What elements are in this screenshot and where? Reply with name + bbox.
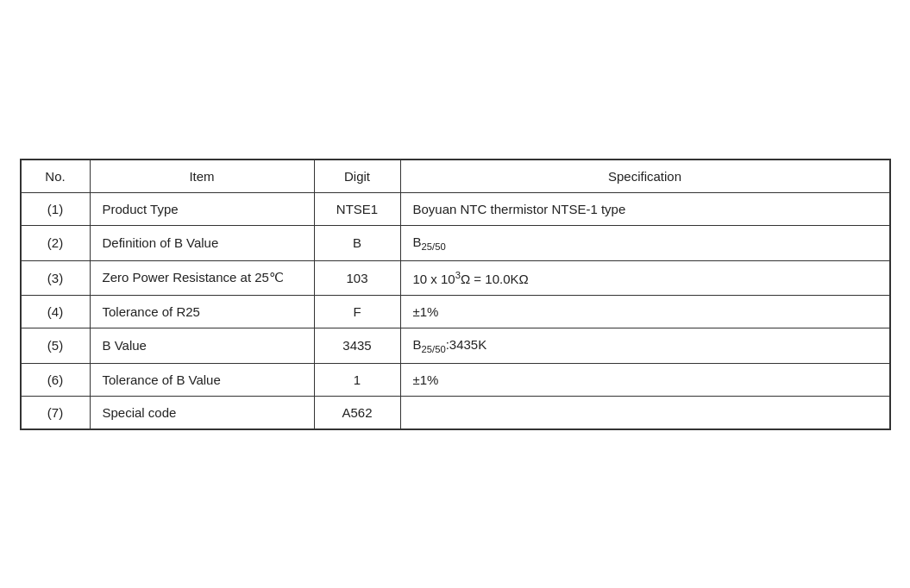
row-7-no: (7) [21, 396, 90, 428]
table-row: (5) B Value 3435 B25/50:3435K [21, 328, 889, 363]
row-5-no: (5) [21, 328, 90, 363]
row-1-digit: NTSE1 [314, 192, 400, 225]
row-7-item: Special code [90, 396, 314, 428]
row-4-digit: F [314, 295, 400, 328]
row-3-spec: 10 x 103Ω = 10.0KΩ [400, 260, 889, 295]
row-6-digit: 1 [314, 363, 400, 396]
table-header-row: No. Item Digit Specification [21, 160, 889, 192]
main-table-container: No. Item Digit Specification (1) Product… [20, 159, 891, 430]
row-7-digit: A562 [314, 396, 400, 428]
table-row: (7) Special code A562 [21, 396, 889, 428]
row-3-item: Zero Power Resistance at 25℃ [90, 260, 314, 295]
row-1-spec: Boyuan NTC thermistor NTSE-1 type [400, 192, 889, 225]
row-6-item: Tolerance of B Value [90, 363, 314, 396]
specifications-table: No. Item Digit Specification (1) Product… [21, 160, 890, 429]
row-3-digit: 103 [314, 260, 400, 295]
row-4-spec: ±1% [400, 295, 889, 328]
row-4-item: Tolerance of R25 [90, 295, 314, 328]
row-6-no: (6) [21, 363, 90, 396]
row-7-spec [400, 396, 889, 428]
table-row: (3) Zero Power Resistance at 25℃ 103 10 … [21, 260, 889, 295]
row-2-no: (2) [21, 225, 90, 260]
row-5-item: B Value [90, 328, 314, 363]
row-2-digit: B [314, 225, 400, 260]
row-5-spec: B25/50:3435K [400, 328, 889, 363]
header-no: No. [21, 160, 90, 192]
row-2-item: Definition of B Value [90, 225, 314, 260]
row-4-no: (4) [21, 295, 90, 328]
table-row: (2) Definition of B Value B B25/50 [21, 225, 889, 260]
row-6-spec: ±1% [400, 363, 889, 396]
row-1-item: Product Type [90, 192, 314, 225]
header-digit: Digit [314, 160, 400, 192]
row-2-spec: B25/50 [400, 225, 889, 260]
table-row: (4) Tolerance of R25 F ±1% [21, 295, 889, 328]
row-5-digit: 3435 [314, 328, 400, 363]
header-specification: Specification [400, 160, 889, 192]
header-item: Item [90, 160, 314, 192]
table-row: (6) Tolerance of B Value 1 ±1% [21, 363, 889, 396]
row-1-no: (1) [21, 192, 90, 225]
row-3-no: (3) [21, 260, 90, 295]
table-row: (1) Product Type NTSE1 Boyuan NTC thermi… [21, 192, 889, 225]
